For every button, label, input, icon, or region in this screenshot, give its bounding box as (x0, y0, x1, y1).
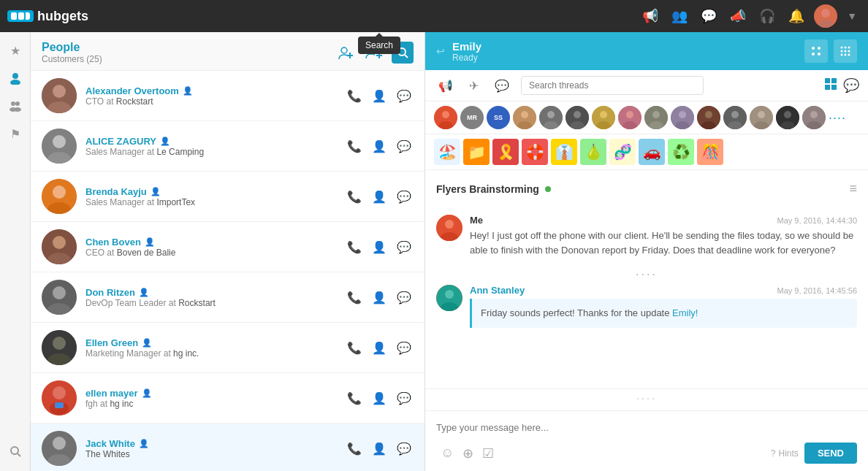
sidebar-icon-search[interactable] (3, 439, 28, 464)
hints-btn[interactable]: ? Hints (771, 448, 799, 459)
chat-btn[interactable]: 💬 (395, 288, 414, 307)
mention-highlight: Emily! (672, 307, 698, 318)
megaphone-nav-btn[interactable]: 📣 (726, 4, 750, 28)
emoji-item[interactable]: 🧬 (609, 139, 636, 165)
emoji-item[interactable]: 👔 (551, 139, 577, 165)
strip-avatar[interactable] (566, 106, 589, 129)
video-btn[interactable]: 👤 (370, 389, 389, 407)
chat-btn[interactable]: 💬 (395, 389, 414, 407)
dropdown-nav-btn[interactable]: ▼ (843, 7, 861, 26)
company-text: hg inc. (173, 348, 199, 359)
strip-avatar[interactable] (750, 106, 773, 129)
chat-nav-btn[interactable]: 💬 (697, 4, 720, 28)
attachment-btn[interactable]: ⊕ (458, 443, 478, 464)
video-btn[interactable]: 👤 (370, 87, 389, 105)
strip-avatar[interactable] (592, 106, 615, 129)
chat-btn[interactable]: 💬 (395, 339, 414, 357)
person-item[interactable]: Brenda Kayju 👤 Sales Manager at ImportTe… (31, 172, 425, 222)
person-item[interactable]: Don Ritzen 👤 DevOp Team Leader at Rockst… (31, 272, 425, 323)
new-thread-btn[interactable]: 💬 (843, 77, 859, 94)
people-list: Alexander Overtoom 👤 CTO at Rockstart 📞 … (31, 71, 425, 471)
person-item[interactable]: Chen Boven 👤 CEO at Boven de Balie 📞 👤 💬 (31, 222, 425, 272)
emoji-item[interactable]: 🛟 (522, 139, 548, 165)
video-btn[interactable]: 👤 (370, 440, 389, 458)
add-person-btn[interactable] (335, 42, 357, 64)
thread-header: Flyers Brainstorming ≡ (436, 181, 857, 204)
strip-avatar[interactable] (434, 106, 457, 129)
person-name: ALICE ZAGURY 👤 (85, 136, 336, 147)
strip-avatar[interactable] (671, 106, 694, 129)
company-text: hg inc (110, 399, 133, 409)
sidebar-icon-people[interactable] (3, 66, 28, 91)
nav-icons: 📢 👥 💬 📣 🎧 🔔 ▼ (639, 4, 861, 28)
sidebar-icon-group[interactable] (3, 93, 28, 118)
strip-avatar[interactable] (618, 106, 642, 129)
person-item[interactable]: ALICE ZAGURY 👤 Sales Manager at Le Campi… (31, 121, 425, 172)
strip-avatar[interactable] (776, 106, 799, 129)
call-btn[interactable]: 📞 (345, 440, 364, 458)
svg-rect-41 (55, 402, 64, 408)
bell-nav-btn[interactable]: 🔔 (785, 4, 808, 28)
video-btn[interactable]: 👤 (370, 339, 389, 357)
strip-avatar[interactable] (644, 106, 668, 129)
emoji-btn[interactable]: ☺ (436, 443, 458, 463)
emoji-item[interactable]: 🚗 (639, 139, 665, 165)
person-item[interactable]: Alexander Overtoom 👤 CTO at Rockstart 📞 … (31, 71, 425, 121)
search-threads-input[interactable] (521, 76, 704, 95)
broadcast-nav-btn[interactable]: 📢 (639, 4, 662, 28)
call-btn[interactable]: 📞 (345, 87, 364, 105)
broadcast-toolbar-btn[interactable]: 📢 (434, 77, 457, 95)
video-btn[interactable]: 👤 (370, 137, 389, 156)
more-avatars[interactable]: ···· (829, 110, 846, 126)
checklist-btn[interactable]: ☑ (478, 443, 498, 464)
people-nav-btn[interactable]: 👥 (668, 4, 691, 28)
message-input[interactable] (436, 418, 857, 437)
video-btn[interactable]: 👤 (370, 188, 389, 206)
person-item[interactable]: Jack White 👤 The Whites 📞 👤 💬 (31, 424, 425, 471)
chat-btn[interactable]: 💬 (395, 440, 414, 458)
chat-btn[interactable]: 💬 (395, 188, 414, 206)
emoji-item[interactable]: ♻️ (668, 139, 694, 165)
strip-avatar[interactable] (539, 106, 563, 129)
emoji-item[interactable]: 🎊 (697, 139, 723, 165)
emoji-item[interactable]: 🏖️ (434, 139, 460, 165)
call-btn[interactable]: 📞 (345, 238, 364, 256)
person-info: Ellen Green 👤 Marketing Manager at hg in… (85, 337, 336, 359)
strip-avatar[interactable] (802, 106, 826, 129)
send-btn[interactable]: SEND (804, 443, 857, 464)
person-item[interactable]: ellen mayer 👤 fgh at hg inc 📞 👤 💬 (31, 373, 425, 424)
call-btn[interactable]: 📞 (345, 188, 364, 206)
strip-avatar[interactable] (513, 106, 536, 129)
call-btn[interactable]: 📞 (345, 339, 364, 357)
thread-menu-btn[interactable]: ≡ (849, 181, 857, 196)
chat-toolbar-btn2[interactable]: 💬 (490, 77, 514, 95)
contacts-grid-btn[interactable] (804, 39, 828, 63)
person-item[interactable]: Ellen Green 👤 Marketing Manager at hg in… (31, 323, 425, 373)
send-toolbar-btn[interactable]: ✈ (465, 77, 483, 95)
strip-avatar[interactable]: SS (487, 106, 510, 129)
user-avatar-nav[interactable] (814, 4, 837, 28)
person-name-text: Chen Boven (85, 237, 141, 248)
call-btn[interactable]: 📞 (345, 389, 364, 407)
sidebar-icon-flag[interactable]: ⚑ (3, 121, 28, 146)
video-btn[interactable]: 👤 (370, 238, 389, 256)
menu-grid-btn[interactable] (834, 39, 857, 63)
chat-btn[interactable]: 💬 (395, 137, 414, 156)
call-btn[interactable]: 📞 (345, 137, 364, 156)
emoji-item[interactable]: 🍐 (580, 139, 606, 165)
strip-avatar[interactable] (723, 106, 747, 129)
sidebar-icon-star[interactable]: ★ (3, 38, 28, 63)
headset-nav-btn[interactable]: 🎧 (755, 4, 779, 28)
emoji-item[interactable]: 📁 (463, 139, 490, 165)
person-avatar (42, 330, 77, 365)
strip-avatar[interactable] (697, 106, 720, 129)
strip-avatar[interactable]: MR (460, 106, 484, 129)
chat-btn[interactable]: 💬 (395, 87, 414, 105)
video-btn[interactable]: 👤 (370, 288, 389, 307)
company-text: Boven de Balie (117, 248, 176, 258)
grid-view-btn[interactable] (824, 77, 837, 94)
emoji-item[interactable]: 🎗️ (492, 139, 519, 165)
call-btn[interactable]: 📞 (345, 288, 364, 307)
chat-btn[interactable]: 💬 (395, 238, 414, 256)
user-status-icon: 👤 (183, 86, 193, 96)
